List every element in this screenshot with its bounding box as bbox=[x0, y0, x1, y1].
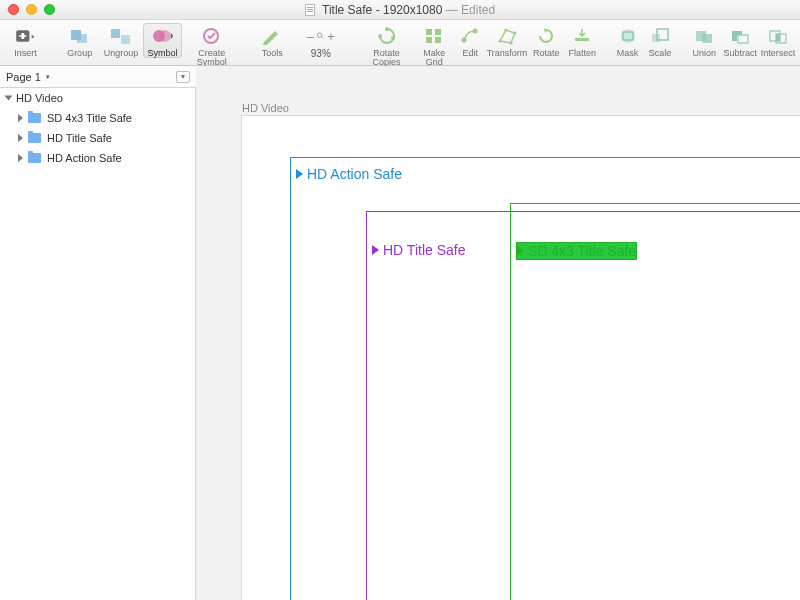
folder-icon bbox=[28, 133, 41, 143]
pencil-icon bbox=[258, 24, 286, 48]
layer-row[interactable]: HD Title Safe bbox=[0, 128, 195, 148]
guide-label-hd-title-safe[interactable]: HD Title Safe bbox=[372, 242, 465, 258]
window-title: Title Safe - 1920x1080 — Edited bbox=[0, 2, 800, 17]
toolbar-label: Transform bbox=[487, 49, 528, 58]
create-symbol-button[interactable]: Create Symbol bbox=[184, 23, 240, 67]
canvas-viewport[interactable]: HD Video HD Action Safe HD Title Safe bbox=[196, 66, 800, 600]
guide-sd-4x3-title-safe[interactable] bbox=[510, 203, 800, 600]
disclosure-triangle-icon[interactable] bbox=[5, 96, 13, 101]
toolbar-label: Edit bbox=[456, 49, 485, 58]
insert-button[interactable]: Insert bbox=[4, 23, 47, 58]
svg-rect-5 bbox=[111, 29, 120, 38]
disclosure-triangle-icon[interactable] bbox=[18, 134, 23, 142]
folder-icon bbox=[28, 113, 41, 123]
layers-sidebar: Page 1 ▾ ▾ HD Video SD 4x3 Title Safe HD… bbox=[0, 66, 196, 600]
svg-point-22 bbox=[504, 29, 507, 32]
artboard[interactable]: HD Action Safe HD Title Safe SD 4x3 Titl… bbox=[242, 116, 800, 600]
triangle-icon bbox=[372, 245, 379, 255]
svg-rect-6 bbox=[121, 35, 130, 44]
svg-point-13 bbox=[378, 34, 382, 38]
flatten-button[interactable]: Flatten bbox=[565, 23, 599, 58]
subtract-button[interactable]: Subtract bbox=[722, 23, 758, 58]
toolbar-label: Make Grid bbox=[415, 49, 454, 67]
svg-rect-25 bbox=[575, 38, 589, 41]
intersect-button[interactable]: Intersect bbox=[760, 23, 796, 58]
svg-point-23 bbox=[513, 32, 516, 35]
subtract-icon bbox=[726, 24, 754, 48]
minimize-window-button[interactable] bbox=[26, 4, 37, 15]
guide-label-sd-4x3-title-safe[interactable]: SD 4x3 Title Safe bbox=[516, 242, 637, 260]
rotate-copies-icon bbox=[373, 24, 401, 48]
triangle-icon bbox=[517, 246, 524, 256]
main-toolbar: Insert Group Ungroup Symbol Create Symbo… bbox=[0, 20, 800, 66]
pages-label: Page 1 bbox=[6, 71, 41, 83]
scale-icon bbox=[646, 24, 674, 48]
svg-point-8 bbox=[159, 30, 171, 42]
disclosure-triangle-icon[interactable] bbox=[18, 114, 23, 122]
group-icon bbox=[66, 24, 94, 48]
mask-icon bbox=[614, 24, 642, 48]
svg-line-11 bbox=[322, 37, 324, 39]
svg-rect-16 bbox=[435, 29, 441, 35]
svg-rect-31 bbox=[702, 34, 712, 43]
folder-icon bbox=[28, 153, 41, 163]
transform-icon bbox=[493, 24, 521, 48]
layer-row[interactable]: SD 4x3 Title Safe bbox=[0, 108, 195, 128]
transform-button[interactable]: Transform bbox=[487, 23, 528, 58]
create-symbol-icon bbox=[198, 24, 226, 48]
svg-rect-35 bbox=[776, 34, 780, 41]
zoom-value: 93% bbox=[294, 49, 348, 59]
artboard-title[interactable]: HD Video bbox=[242, 102, 289, 114]
layer-row[interactable]: HD Action Safe bbox=[0, 148, 195, 168]
union-button[interactable]: Union bbox=[688, 23, 720, 58]
toolbar-label: Rotate Copies bbox=[361, 49, 413, 67]
tools-button[interactable]: Tools bbox=[253, 23, 292, 58]
rotate-icon bbox=[532, 24, 560, 48]
toolbar-label: Subtract bbox=[722, 49, 758, 58]
rotate-copies-button[interactable]: Rotate Copies bbox=[361, 23, 413, 67]
svg-rect-32 bbox=[738, 35, 748, 43]
intersect-icon bbox=[764, 24, 792, 48]
group-button[interactable]: Group bbox=[60, 23, 99, 58]
toolbar-label: Symbol bbox=[143, 49, 182, 58]
toolbar-label: Intersect bbox=[760, 49, 796, 58]
svg-point-12 bbox=[385, 27, 389, 31]
toolbar-label: Create Symbol bbox=[184, 49, 240, 67]
svg-rect-18 bbox=[435, 37, 441, 43]
disclosure-triangle-icon[interactable] bbox=[18, 154, 23, 162]
layers-tree: HD Video SD 4x3 Title Safe HD Title Safe… bbox=[0, 88, 195, 168]
svg-rect-28 bbox=[652, 34, 660, 42]
chevron-down-icon: ▾ bbox=[46, 73, 50, 81]
svg-point-21 bbox=[498, 40, 501, 43]
symbol-button[interactable]: Symbol bbox=[143, 23, 182, 58]
ungroup-button[interactable]: Ungroup bbox=[101, 23, 140, 58]
zoom-control[interactable]: – + 93% bbox=[294, 23, 348, 59]
magnifier-icon: – + bbox=[307, 24, 335, 48]
plus-icon bbox=[11, 24, 39, 48]
window-traffic-lights bbox=[8, 4, 55, 15]
document-edited-indicator: — Edited bbox=[446, 3, 495, 17]
svg-point-14 bbox=[391, 36, 395, 40]
guide-text: HD Title Safe bbox=[383, 242, 465, 258]
make-grid-button[interactable]: Make Grid bbox=[415, 23, 454, 67]
edit-button[interactable]: Edit bbox=[456, 23, 485, 58]
pages-panel-toggle[interactable]: ▾ bbox=[176, 71, 190, 83]
zoom-window-button[interactable] bbox=[44, 4, 55, 15]
pages-selector[interactable]: Page 1 ▾ ▾ bbox=[0, 66, 196, 88]
scale-button[interactable]: Scale bbox=[645, 23, 675, 58]
toolbar-label: Flatten bbox=[565, 49, 599, 58]
symbol-icon bbox=[148, 24, 176, 48]
toolbar-label: Group bbox=[60, 49, 99, 58]
artboard-row[interactable]: HD Video bbox=[0, 88, 195, 108]
ungroup-icon bbox=[107, 24, 135, 48]
artboard-name: HD Video bbox=[16, 92, 63, 104]
close-window-button[interactable] bbox=[8, 4, 19, 15]
canvas[interactable]: HD Video HD Action Safe HD Title Safe bbox=[196, 88, 800, 600]
grid-icon bbox=[420, 24, 448, 48]
rotate-button[interactable]: Rotate bbox=[529, 23, 563, 58]
svg-rect-4 bbox=[77, 34, 87, 43]
document-title: Title Safe - 1920x1080 bbox=[322, 3, 442, 17]
mask-button[interactable]: Mask bbox=[612, 23, 642, 58]
toolbar-label: Scale bbox=[645, 49, 675, 58]
guide-label-hd-action-safe[interactable]: HD Action Safe bbox=[296, 166, 402, 182]
